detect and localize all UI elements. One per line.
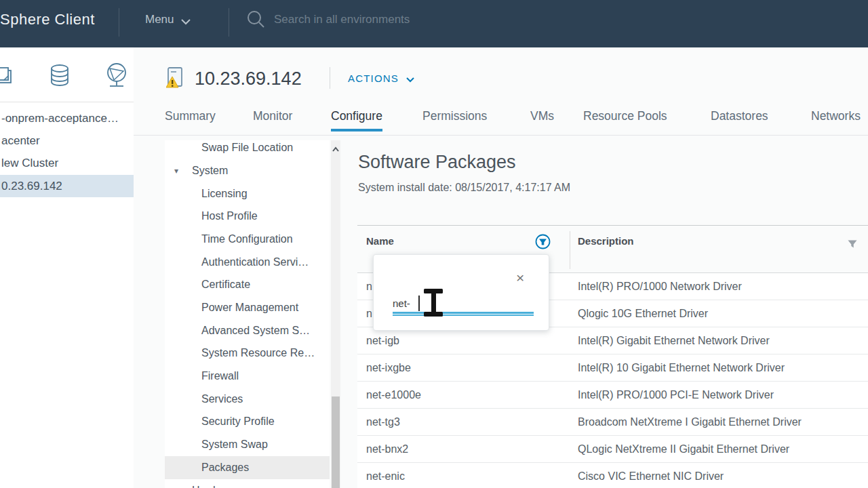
table-row[interactable]: net-e1000eIntel(R) PRO/1000 PCI-E Networ… xyxy=(357,382,868,409)
filter-funnel-icon[interactable] xyxy=(847,239,858,249)
nav-item-time-configuration[interactable]: Time Configuration xyxy=(165,228,330,251)
nav-section-system[interactable]: ▾System xyxy=(165,159,330,182)
inventory-sidebar: -onprem-acceptance… acenter lew Cluster … xyxy=(0,47,134,488)
configure-nav: Swap File Location ▾System Licensing Hos… xyxy=(165,140,330,488)
input-underline xyxy=(393,312,534,314)
input-underline xyxy=(393,314,534,316)
install-date-text: System install date: 08/15/2017, 4:17:17… xyxy=(358,182,570,194)
table-row[interactable]: net-enicCisco VIC Ethernet NIC Driver xyxy=(357,463,868,488)
topbar-divider xyxy=(229,8,229,37)
column-header-description[interactable]: Description xyxy=(578,235,634,247)
nav-item-power-management[interactable]: Power Management xyxy=(165,296,330,319)
table-row[interactable]: net-tg3Broadcom NetXtreme I Gigabit Ethe… xyxy=(357,409,868,436)
sidebar-divider xyxy=(0,102,134,102)
tree-item-cluster[interactable]: lew Cluster xyxy=(0,152,134,174)
tab-configure[interactable]: Configure xyxy=(331,109,382,131)
nav-item-security-profile[interactable]: Security Profile xyxy=(165,410,330,433)
nav-item-system-resource-reservation[interactable]: System Resource Re… xyxy=(165,342,330,365)
nav-section-hardware[interactable]: Hardware xyxy=(165,479,330,488)
column-divider xyxy=(570,231,570,269)
nav-item-system-swap[interactable]: System Swap xyxy=(165,433,330,456)
column-header-name[interactable]: Name xyxy=(366,235,394,247)
tab-vms[interactable]: VMs xyxy=(530,109,554,131)
nav-scrollbar[interactable] xyxy=(331,140,340,488)
networking-icon[interactable] xyxy=(105,62,128,89)
storage-icon[interactable] xyxy=(50,64,70,88)
header-divider xyxy=(330,67,330,89)
nav-item-firewall[interactable]: Firewall xyxy=(165,365,330,388)
top-navigation-bar: Sphere Client Menu Search in all environ… xyxy=(0,0,868,47)
nav-item-authentication-services[interactable]: Authentication Servi… xyxy=(165,251,330,274)
nav-item-licensing[interactable]: Licensing xyxy=(165,182,330,205)
nav-item-certificate[interactable]: Certificate xyxy=(165,273,330,296)
tab-separator xyxy=(134,135,868,136)
table-row[interactable]: net-igbIntel(R) Gigabit Ethernet Network… xyxy=(357,327,868,354)
object-title: 10.23.69.142 xyxy=(195,68,302,89)
chevron-down-icon[interactable] xyxy=(406,77,415,83)
chevron-down-icon[interactable] xyxy=(180,18,191,26)
tab-networks[interactable]: Networks xyxy=(811,109,861,131)
mouse-cursor-ibeam-icon xyxy=(422,287,445,319)
tab-monitor[interactable]: Monitor xyxy=(253,109,292,131)
tab-summary[interactable]: Summary xyxy=(165,109,216,131)
vms-templates-icon[interactable] xyxy=(0,65,15,87)
search-icon[interactable] xyxy=(245,9,266,29)
tab-permissions[interactable]: Permissions xyxy=(422,109,487,131)
inventory-view-switcher xyxy=(0,47,134,102)
nav-item-services[interactable]: Services xyxy=(165,388,330,411)
topbar-divider xyxy=(119,8,119,37)
nav-item-host-profile[interactable]: Host Profile xyxy=(165,205,330,228)
scrollbar-thumb[interactable] xyxy=(332,396,340,488)
global-search-input[interactable]: Search in all environments xyxy=(274,13,410,26)
table-row[interactable]: net-ixgbeIntel(R) 10 Gigabit Ethernet Ne… xyxy=(357,354,868,382)
actions-button[interactable]: ACTIONS xyxy=(348,73,399,84)
text-caret xyxy=(418,296,420,311)
nav-item-packages-selected[interactable]: Packages xyxy=(165,456,330,479)
tab-datastores[interactable]: Datastores xyxy=(711,109,768,131)
tree-item-datacenter[interactable]: acenter xyxy=(0,129,134,152)
app-brand-title: Sphere Client xyxy=(0,11,95,28)
filter-funnel-active-icon[interactable] xyxy=(535,234,551,250)
triangle-down-icon[interactable]: ▾ xyxy=(174,159,178,182)
chevron-up-icon[interactable] xyxy=(332,146,340,152)
close-icon[interactable]: × xyxy=(516,270,524,285)
tree-item-vcenter[interactable]: -onprem-acceptance… xyxy=(0,107,134,129)
page-title: Software Packages xyxy=(358,152,516,173)
host-icon xyxy=(166,67,186,90)
tree-item-host-selected[interactable]: 0.23.69.142 xyxy=(0,175,134,197)
table-row[interactable]: net-bnx2QLogic NetXtreme II Gigabit Ethe… xyxy=(357,436,868,463)
tab-resource-pools[interactable]: Resource Pools xyxy=(583,109,667,131)
nav-item-advanced-system-settings[interactable]: Advanced System S… xyxy=(165,319,330,342)
nav-item-swap-file-location[interactable]: Swap File Location xyxy=(165,140,330,159)
filter-text-input[interactable]: net- xyxy=(393,296,534,312)
menu-button[interactable]: Menu xyxy=(145,13,174,26)
name-filter-popup: × net- xyxy=(373,254,549,331)
